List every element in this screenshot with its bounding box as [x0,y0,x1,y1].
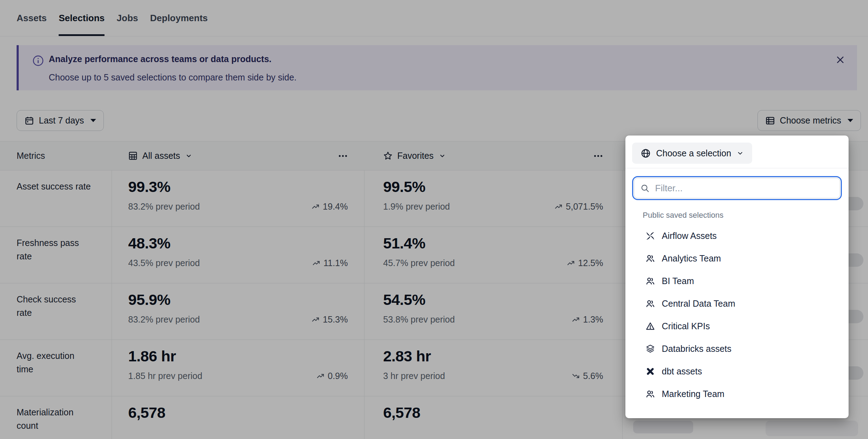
trigger-label: Choose a selection [656,148,731,158]
list-item-critical-kpis[interactable]: Critical KPIs [625,315,849,337]
choose-selection-trigger[interactable]: Choose a selection [632,143,752,164]
list-item-label: Databricks assets [662,344,731,354]
search-icon [640,184,650,193]
users-icon [646,299,655,308]
filter-input[interactable] [655,183,834,194]
choose-selection-panel: Choose a selection Public saved selectio… [625,136,849,418]
list-item-airflow-assets[interactable]: Airflow Assets [625,224,849,247]
panel-header: Choose a selection [625,136,849,168]
users-icon [646,276,655,286]
dbt-icon [646,367,655,376]
chevron-down-icon [737,150,744,157]
list-item-bi-team[interactable]: BI Team [625,270,849,292]
users-icon [646,254,655,263]
users-icon [646,389,655,399]
list-item-label: BI Team [662,276,694,286]
list-item-label: Airflow Assets [662,231,717,241]
list-item-label: dbt assets [662,366,702,377]
selection-list: Airflow Assets Analytics Team [625,224,849,405]
list-item-databricks-assets[interactable]: Databricks assets [625,337,849,360]
globe-icon [641,148,651,158]
list-item-label: Critical KPIs [662,321,710,331]
list-item-central-data-team[interactable]: Central Data Team [625,292,849,315]
list-item-dbt-assets[interactable]: dbt assets [625,360,849,383]
insights-page: Assets Selections Jobs Deployments Analy… [0,0,868,439]
list-item-label: Marketing Team [662,389,724,399]
list-item-marketing-team[interactable]: Marketing Team [625,383,849,405]
list-item-analytics-team[interactable]: Analytics Team [625,247,849,270]
warning-icon [646,321,655,331]
group-label: Public saved selections [643,211,849,220]
airflow-icon [646,231,655,241]
list-item-label: Central Data Team [662,299,735,309]
list-item-label: Analytics Team [662,253,721,264]
layers-icon [646,344,655,354]
filter-focus-ring [632,176,842,200]
filter-field [634,178,840,198]
